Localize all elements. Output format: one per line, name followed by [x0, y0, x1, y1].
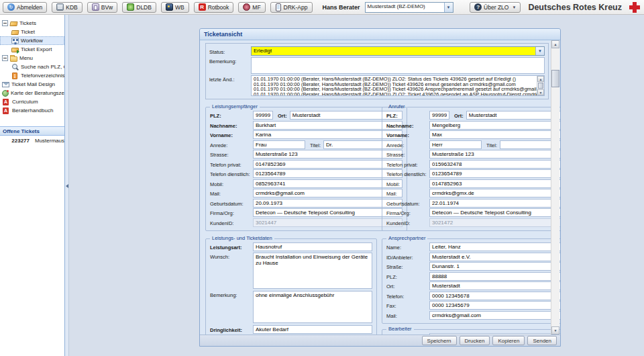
open-ticket-row[interactable]: 223277Mustermaus	[0, 136, 64, 145]
input-plz[interactable]	[253, 111, 273, 120]
drucken-button[interactable]: Drucken	[460, 336, 490, 345]
tree-item-karte-der-beratungszentren[interactable]: Karte der Beratungszentren	[0, 89, 64, 97]
input-nachname[interactable]	[429, 121, 560, 130]
tree-item-ticket-export[interactable]: Ticket Export	[0, 45, 64, 54]
input-geburtsdatum[interactable]	[429, 199, 560, 208]
input-anrede[interactable]	[253, 140, 305, 149]
input-mail[interactable]	[429, 311, 560, 320]
wb-button[interactable]: WB	[161, 2, 189, 13]
scroll-thumb[interactable]	[538, 83, 543, 89]
brand-title: Deutsches Rotes Kreuz	[528, 3, 622, 12]
tree-item-ticket[interactable]: Ticket	[0, 28, 64, 36]
input-anrede[interactable]	[429, 140, 482, 149]
drk-app-button[interactable]: DRK-App	[270, 2, 313, 13]
change-log-textarea[interactable]	[251, 75, 545, 96]
status-select[interactable]: Erledigt ▼	[251, 46, 545, 56]
input-strasse[interactable]	[253, 150, 402, 159]
collapse-icon[interactable]	[2, 20, 8, 26]
input-mail[interactable]	[253, 189, 402, 197]
input-vorname[interactable]	[253, 130, 402, 139]
org-select[interactable]: Musterstadt (BZ-DEMO) ▼	[365, 2, 453, 13]
collapse-left-icon[interactable]	[66, 184, 68, 188]
form-row: Geburtsdatum:	[210, 199, 402, 208]
input-telefon[interactable]	[429, 292, 560, 300]
ueber-zlo-button[interactable]: Über ZLO ▼	[470, 2, 521, 13]
red-cross-logo	[629, 2, 640, 13]
tree-item-beraterhandbuch[interactable]: Beraterhandbuch	[0, 106, 64, 115]
input-firma-org[interactable]	[253, 208, 402, 217]
scroll-thumb[interactable]	[551, 70, 559, 87]
input-geburtsdatum[interactable]	[253, 199, 402, 208]
input-mobil[interactable]	[429, 179, 560, 188]
button-label: MF	[252, 4, 260, 11]
senden-button[interactable]: Senden	[527, 336, 557, 345]
input-telefon-privat[interactable]	[429, 160, 560, 169]
field-label: Telefon dienstlich:	[386, 170, 429, 177]
chevron-down-icon[interactable]: ▼	[444, 3, 453, 12]
logout-icon	[7, 3, 15, 11]
field-label: Leistungsart:	[210, 243, 253, 251]
speichern-button[interactable]: Speichern	[422, 336, 457, 345]
mf-button[interactable]: MF	[238, 2, 265, 13]
form-row: Vorname:	[210, 130, 402, 139]
tree-item-suche-nach-plz-ort[interactable]: Suche nach PLZ, Ort	[0, 62, 64, 71]
panel-scrollbar[interactable]: ▲ ▼	[551, 40, 559, 335]
input-nachname[interactable]	[253, 121, 402, 130]
input-id-anbieter[interactable]	[429, 253, 560, 261]
input-ort[interactable]	[466, 111, 560, 120]
scroll-down-icon[interactable]: ▼	[537, 89, 544, 95]
tree-item-menu[interactable]: Menu	[0, 54, 64, 62]
input-telefon-dienstlich[interactable]	[253, 169, 402, 178]
form-row: Straße:	[386, 262, 560, 271]
form-row: Fax:	[386, 301, 560, 310]
textarea-bemerkung[interactable]	[253, 291, 372, 323]
form-row: Bemerkung:	[210, 291, 372, 323]
field-label: Telefon:	[386, 292, 429, 300]
input-vorname[interactable]	[429, 130, 560, 139]
input-firma-org[interactable]	[429, 208, 560, 217]
abmelden-button[interactable]: Abmelden	[3, 2, 47, 13]
input-name[interactable]	[429, 242, 560, 251]
input-strasse[interactable]	[429, 150, 560, 159]
bemerkung-meta-textarea[interactable]	[251, 57, 545, 74]
input-mail[interactable]	[429, 189, 560, 197]
tree-item-tickets[interactable]: Tickets	[0, 19, 64, 28]
form-row: Telefon privat:	[386, 160, 560, 169]
input-telefon-privat[interactable]	[253, 160, 402, 169]
textarea-wunsch[interactable]	[253, 253, 372, 289]
input-fax[interactable]	[429, 301, 560, 310]
scroll-up-icon[interactable]: ▲	[551, 40, 559, 48]
input-dringlichkeit[interactable]	[253, 325, 372, 334]
input-strasse[interactable]	[429, 262, 560, 271]
bvw-button[interactable]: BVw	[87, 2, 117, 13]
rotbook-button[interactable]: Rotbook	[194, 2, 234, 13]
button-label: KDB	[66, 4, 77, 11]
drkapp-icon	[276, 3, 281, 11]
collapse-icon[interactable]	[2, 55, 8, 61]
kdb-button[interactable]: KDB	[52, 2, 82, 13]
input-plz[interactable]	[429, 111, 449, 120]
sidebar: TicketsTicketWorkflowTicket ExportMenuSu…	[0, 15, 65, 356]
tree-item-curriculum[interactable]: Curriculum	[0, 97, 64, 106]
tree-item-workflow[interactable]: Workflow	[0, 36, 64, 45]
scroll-up-icon[interactable]: ▲	[537, 76, 544, 82]
scroll-down-icon[interactable]: ▼	[551, 326, 559, 335]
input-leistungsart[interactable]	[253, 242, 372, 251]
field-label: Wunsch:	[210, 253, 253, 260]
input-telefon-dienstlich[interactable]	[429, 169, 560, 178]
input-ort[interactable]	[429, 281, 560, 290]
chevron-down-icon[interactable]: ▼	[535, 47, 544, 55]
tree-item-ticket-mail-design[interactable]: Ticket Mail Design	[0, 80, 64, 89]
open-tickets-list: 223277Mustermaus	[0, 136, 64, 145]
form-row: Strasse:	[386, 150, 560, 159]
field-label: Telefon privat:	[386, 161, 429, 168]
field-label: KundenID:	[386, 219, 429, 226]
input-mobil[interactable]	[253, 179, 402, 188]
fieldset-legend: Ansprechpartner	[386, 236, 427, 241]
log-scrollbar[interactable]: ▲ ▼	[537, 76, 544, 95]
tree-item-telefonverzeichnis[interactable]: Telefonverzeichnis	[0, 71, 64, 80]
kopieren-button[interactable]: Kopieren	[492, 336, 525, 345]
map-icon	[2, 90, 9, 97]
dldb-button[interactable]: DLDB	[122, 2, 156, 13]
input-plz[interactable]	[429, 272, 560, 281]
